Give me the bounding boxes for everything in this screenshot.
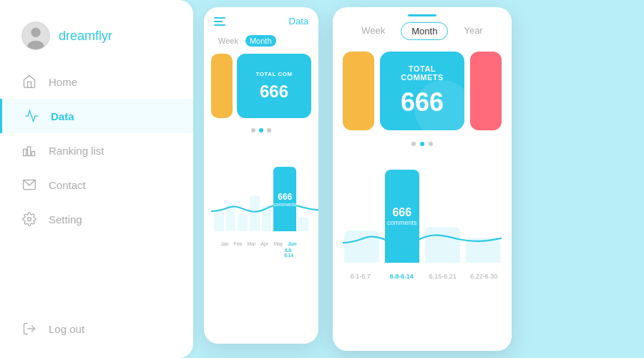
sidebar-label-home: Home — [49, 76, 77, 88]
logout-section: Log out — [0, 314, 193, 344]
xaxis-apr: Apr — [260, 241, 268, 246]
svg-point-1 — [31, 28, 40, 37]
chart-bar-value-left: 666 — [278, 192, 292, 202]
user-profile: dreamflyr — [0, 14, 193, 64]
sidebar-label-ranking: Ranking list — [49, 145, 104, 157]
contact-icon — [21, 177, 37, 193]
bar-date-left: 6.8-6.14 — [283, 248, 294, 258]
svg-rect-3 — [24, 149, 26, 155]
logout-icon — [21, 321, 37, 337]
sidebar-item-contact[interactable]: Contact — [0, 168, 193, 202]
xaxis-jun: Jun — [288, 241, 296, 246]
card-main-left: TOTAL COM 666 — [237, 54, 311, 118]
home-icon — [21, 74, 37, 90]
tab-year-right[interactable]: Year — [454, 22, 492, 40]
chart-bar-label-left: comments — [273, 202, 296, 207]
tab-month-right[interactable]: Month — [401, 22, 448, 40]
bar-r2-highlighted: 666 comments — [385, 170, 420, 263]
tab-month-left[interactable]: Month — [245, 35, 276, 47]
dot-r2 — [420, 142, 424, 146]
xaxis-right: 6.1-6.7 6.8-6.14 6.15-6.21 6.22-6.30 — [343, 270, 502, 283]
phone-right: Week Month Year TOTAL COMMETS 666 — [333, 7, 512, 351]
dot-3 — [267, 128, 271, 132]
dot-r1 — [411, 142, 416, 146]
cards-right: TOTAL COMMETS 666 — [333, 46, 512, 136]
sidebar: dreamflyr Home Data Ranking list — [0, 0, 193, 358]
chart-right: 666 comments 6.1-6.7 6.8-6.14 6.15-6.21 … — [333, 152, 512, 290]
ranking-icon — [21, 142, 37, 158]
xaxis-r3: 6.15-6.21 — [425, 273, 461, 280]
phone-left: Data Week Month TOTAL COM 666 — [204, 7, 318, 344]
svg-rect-4 — [28, 147, 31, 156]
sidebar-item-setting[interactable]: Setting — [0, 202, 193, 236]
setting-icon — [21, 211, 37, 227]
date-labels-left: 6.8-6.14 — [211, 246, 311, 259]
phone-left-header: Data — [204, 7, 318, 32]
xaxis-r2: 6.8-6.14 — [384, 273, 420, 280]
bar-r1 — [344, 231, 379, 263]
sidebar-item-home[interactable]: Home — [0, 64, 193, 99]
card-yellow-left — [211, 54, 233, 118]
dot-1 — [251, 128, 255, 132]
xaxis-jan: Jan — [220, 241, 228, 246]
xaxis-r4: 6.22-6.30 — [467, 273, 502, 280]
time-tabs-left: Week Month — [204, 32, 318, 49]
avatar — [21, 21, 50, 50]
chart-left: 666 comments Jan Feb Mar Apr May Jun 6.8… — [204, 138, 318, 266]
dot-r3 — [429, 142, 433, 146]
card-yellow-right — [343, 52, 374, 130]
chart-bar-value-right: 666 — [392, 206, 411, 219]
card-red-right — [470, 52, 502, 130]
cards-left: TOTAL COM 666 — [204, 49, 318, 122]
username: dreamflyr — [59, 29, 112, 44]
data-icon — [24, 108, 39, 124]
card-left-value: 666 — [260, 82, 288, 102]
tab-week-right[interactable]: Week — [351, 22, 395, 40]
chart-bar-label-right: comments — [387, 219, 417, 226]
phone-left-title: Data — [289, 16, 308, 26]
bar-r3 — [425, 227, 460, 263]
main-content: Data Week Month TOTAL COM 666 — [193, 0, 644, 358]
card-left-title: TOTAL COM — [255, 71, 292, 77]
sidebar-label-setting: Setting — [49, 213, 82, 226]
logout-button[interactable]: Log out — [21, 321, 172, 337]
logout-label: Log out — [49, 323, 84, 335]
sidebar-item-ranking[interactable]: Ranking list — [0, 133, 193, 168]
sidebar-label-contact: Contact — [49, 179, 86, 191]
svg-point-7 — [28, 218, 31, 221]
hamburger-icon[interactable] — [214, 17, 225, 26]
card-right-value: 666 — [401, 87, 444, 117]
tab-week-left[interactable]: Week — [214, 35, 243, 47]
dots-right — [333, 136, 512, 152]
dots-left — [204, 122, 318, 138]
xaxis-left: Jan Feb Mar Apr May Jun — [211, 238, 311, 246]
xaxis-feb: Feb — [234, 241, 243, 246]
sidebar-item-data[interactable]: Data — [0, 99, 193, 133]
xaxis-r1: 6.1-6.7 — [343, 273, 379, 280]
chart-bars-right: 666 comments — [343, 152, 502, 263]
sidebar-label-data: Data — [51, 110, 74, 122]
card-main-right: TOTAL COMMETS 666 — [380, 52, 464, 130]
xaxis-mar: Mar — [247, 241, 255, 246]
time-tabs-right: Week Month Year — [333, 16, 512, 46]
xaxis-may: May — [273, 241, 283, 246]
dot-2 — [259, 128, 263, 132]
bar-r4 — [466, 238, 501, 263]
svg-rect-5 — [31, 152, 34, 156]
card-right-title: TOTAL COMMETS — [389, 64, 456, 82]
